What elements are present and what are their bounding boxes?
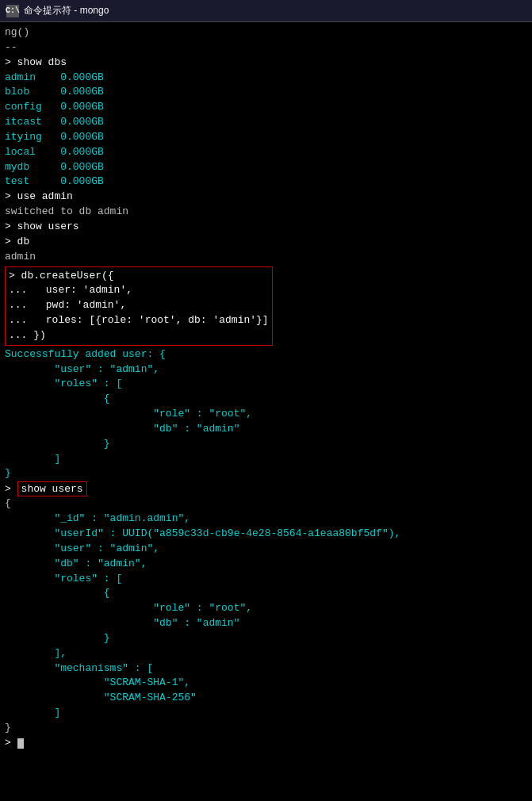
line-roles-brace-open: { [5,392,527,407]
line-roles2-end: ], [5,646,527,661]
line-obj-close: } [5,466,527,481]
line-mechanisms-open: "mechanisms" : [ [5,661,527,676]
line-ng: ng() [5,25,527,40]
line-db-admin: "db" : "admin", [5,557,527,572]
line-result-close: } [5,721,527,736]
line-scram1: "SCRAM-SHA-1", [5,676,527,691]
create-user-block: > db.createUser({ ... user: 'admin', ...… [5,266,273,346]
line-role-value: "role" : "root", [5,407,527,422]
line-user-field: "user" : "admin", [5,362,527,378]
show-users-prompt-line: > show users [5,483,527,495]
line-mydb-db: mydb 0.000GB [5,160,527,175]
line-roles-brace-close: } [5,437,527,452]
line-admin-name: admin [5,250,527,265]
line-db2-value: "db" : "admin" [5,616,527,631]
line-roles2-close: } [5,631,527,646]
title-bar-text: 命令提示符 - mongo [24,4,109,17]
line-roles2-open: "roles" : [ [5,572,527,587]
line-dash: -- [5,40,527,56]
line-result-open: { [5,496,527,512]
line-create-user-2: ... user: 'admin', [9,283,269,298]
line-cursor: > [5,736,527,751]
line-roles2-brace: { [5,586,527,601]
line-create-user-3: ... pwd: 'admin', [9,298,269,313]
line-mechanisms-close: ] [5,706,527,721]
line-admin-db: admin 0.000GB [5,71,527,86]
terminal-cursor [17,738,24,749]
terminal-window[interactable]: ng() -- > show dbs admin 0.000GB blob 0.… [0,22,532,801]
line-id: "_id" : "admin.admin", [5,512,527,527]
line-itcast-db: itcast 0.000GB [5,115,527,130]
title-bar: C:\ 命令提示符 - mongo [0,0,532,22]
line-local-db: local 0.000GB [5,145,527,160]
line-config-db: config 0.000GB [5,100,527,115]
line-scram256: "SCRAM-SHA-256" [5,691,527,706]
line-roles-open: "roles" : [ [5,377,527,392]
line-userid: "userId" : UUID("a859c33d-cb9e-4e28-8564… [5,527,527,542]
line-success: Successfully added user: { [5,347,527,362]
line-show-users-1: > show users [5,220,527,235]
line-blob-db: blob 0.000GB [5,85,527,100]
line-db: > db [5,235,527,250]
cmd-icon: C:\ [6,5,19,17]
line-create-user-4: ... roles: [{role: 'root', db: 'admin'}] [9,313,269,328]
line-roles-close: ] [5,452,527,467]
line-role2-value: "role" : "root", [5,601,527,616]
line-user: "user" : "admin", [5,542,527,557]
line-show-dbs: > show dbs [5,56,527,71]
line-test-db: test 0.000GB [5,174,527,190]
line-switched: switched to db admin [5,205,527,220]
line-db-value: "db" : "admin" [5,422,527,437]
line-use-admin: > use admin [5,190,527,205]
show-users-highlighted: show users [17,481,87,496]
line-create-user-5: ... }) [9,328,269,343]
line-create-user-1: > db.createUser({ [9,269,269,284]
line-itying-db: itying 0.000GB [5,130,527,145]
